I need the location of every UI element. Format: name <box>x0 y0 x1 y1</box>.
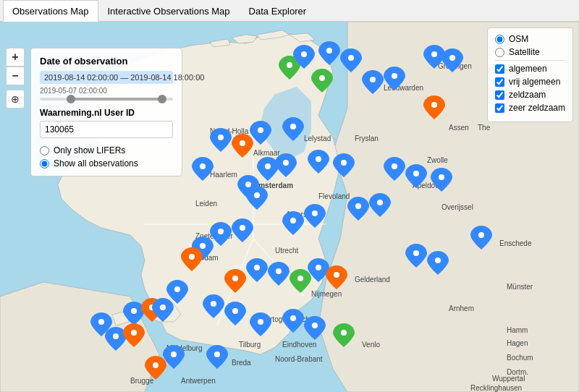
map-area[interactable]: Groningen Leeuwarden Amsterdam Amersfoor… <box>0 22 579 392</box>
city-the: The <box>478 124 491 132</box>
svg-point-10 <box>287 62 292 68</box>
city-reckl: Recklinghausen <box>470 384 522 392</box>
date-slider[interactable]: 2019-05-07 02:00:00 <box>40 87 173 101</box>
svg-point-31 <box>355 203 361 209</box>
svg-point-44 <box>254 265 260 270</box>
city-enschede: Enschede <box>499 239 532 247</box>
svg-point-16 <box>283 160 289 166</box>
svg-point-26 <box>189 254 195 260</box>
algemeen-layer-item[interactable]: algemeen <box>495 64 565 74</box>
svg-point-19 <box>392 163 397 169</box>
city-tilburg: Tilburg <box>239 341 261 349</box>
svg-point-34 <box>435 257 441 263</box>
radio-all-text: Show all observations <box>54 158 138 169</box>
svg-point-33 <box>413 250 419 256</box>
svg-point-48 <box>301 51 307 57</box>
zeldzaam-layer-item[interactable]: zeldzaam <box>495 90 565 100</box>
city-breda: Breda <box>232 359 251 367</box>
city-lelystad: Lelystad <box>304 135 331 142</box>
svg-point-27 <box>218 229 224 234</box>
zoom-out-button[interactable]: − <box>6 67 25 85</box>
radio-all-label[interactable]: Show all observations <box>40 158 173 169</box>
city-fryslan: Fryslan <box>355 135 379 142</box>
svg-point-29 <box>290 218 296 223</box>
svg-point-51 <box>211 301 216 307</box>
svg-point-25 <box>200 243 206 249</box>
svg-point-55 <box>341 330 347 336</box>
radio-all[interactable] <box>40 159 49 169</box>
satellite-layer-item[interactable]: Satellite <box>495 47 565 57</box>
vrij-algemeen-layer-item[interactable]: vrij algemeen <box>495 77 565 87</box>
city-hamm: Hamm <box>507 326 528 334</box>
radio-lifers-label[interactable]: Only show LIFERs <box>40 145 173 155</box>
radio-lifers[interactable] <box>40 146 49 155</box>
zoom-controls: + − ⊕ <box>6 48 25 108</box>
svg-point-17 <box>316 156 321 162</box>
city-venlo: Venlo <box>362 341 380 349</box>
city-nijmegen: Nijmegen <box>311 290 342 298</box>
user-id-input[interactable] <box>40 121 173 138</box>
tab-observations-map[interactable]: Observations Map <box>3 0 98 22</box>
svg-point-61 <box>153 362 159 368</box>
svg-point-36 <box>334 272 339 278</box>
layer-controls: OSM Satellite algemeen vrij algemeen zel… <box>487 27 573 122</box>
svg-point-40 <box>113 333 119 339</box>
slider-track <box>40 98 173 101</box>
zoom-in-button[interactable]: + <box>6 48 25 67</box>
svg-point-49 <box>326 48 332 54</box>
algemeen-checkbox[interactable] <box>495 64 504 74</box>
svg-point-53 <box>258 319 263 325</box>
locate-button[interactable]: ⊕ <box>6 90 25 108</box>
svg-point-46 <box>232 276 238 281</box>
svg-point-52 <box>232 308 238 314</box>
vrij-algemeen-checkbox[interactable] <box>495 77 504 87</box>
svg-point-18 <box>341 160 347 166</box>
svg-point-35 <box>316 265 321 270</box>
city-eindhoven: Eindhoven <box>282 341 316 349</box>
user-section-label: Waarneming.nl User ID <box>40 108 173 118</box>
algemeen-label: algemeen <box>509 64 547 74</box>
svg-point-24 <box>254 192 260 198</box>
zeer-zeldzaam-layer-item[interactable]: zeer zeldzaam <box>495 103 565 113</box>
city-hagen: Hagen <box>507 339 528 347</box>
zeer-zeldzaam-label: zeer zeldzaam <box>509 103 565 113</box>
slider-thumb-right[interactable] <box>158 95 166 103</box>
svg-point-8 <box>392 73 397 79</box>
svg-point-7 <box>370 77 376 82</box>
svg-point-14 <box>240 140 245 146</box>
city-antwerpen: Antwerpen <box>181 377 216 385</box>
city-bochum: Bochum <box>507 354 533 362</box>
main-container: Groningen Leeuwarden Amsterdam Amersfoor… <box>0 22 579 392</box>
zeldzaam-checkbox[interactable] <box>495 90 504 100</box>
zeldzaam-label: zeldzaam <box>509 90 546 100</box>
slider-thumb-left[interactable] <box>67 95 75 103</box>
svg-point-37 <box>131 308 137 314</box>
svg-point-23 <box>245 182 251 187</box>
svg-point-32 <box>377 200 383 205</box>
svg-point-41 <box>131 330 137 336</box>
svg-point-50 <box>348 55 354 61</box>
city-overijssel: Overijssel <box>441 203 473 211</box>
control-panel: Date of observation 2019-08-14 02:00:00 … <box>30 48 182 176</box>
svg-point-21 <box>439 174 444 180</box>
date-range-display: 2019-08-14 02:00:00 — 2019-08-14 18:00:0… <box>40 71 173 84</box>
svg-point-30 <box>312 210 318 216</box>
city-assen: Assen <box>449 124 469 132</box>
city-haarlem: Haarlem <box>210 171 237 179</box>
satellite-radio[interactable] <box>495 48 504 57</box>
svg-point-43 <box>200 163 206 169</box>
layer-divider <box>495 60 565 61</box>
svg-point-39 <box>98 319 104 325</box>
svg-point-12 <box>258 127 263 133</box>
zeer-zeldzaam-checkbox[interactable] <box>495 103 504 113</box>
tab-interactive-observations-map[interactable]: Interactive Observations Map <box>98 0 240 22</box>
svg-point-15 <box>265 163 271 169</box>
date-min-label: 2019-05-07 02:00:00 <box>40 87 173 95</box>
svg-point-28 <box>240 225 245 231</box>
osm-layer-item[interactable]: OSM <box>495 34 565 44</box>
svg-point-56 <box>312 323 318 328</box>
city-noordbrabant: Noord-Brabant <box>275 355 323 363</box>
osm-radio[interactable] <box>495 35 504 44</box>
svg-point-5 <box>431 51 437 57</box>
tab-data-explorer[interactable]: Data Explorer <box>240 0 316 22</box>
